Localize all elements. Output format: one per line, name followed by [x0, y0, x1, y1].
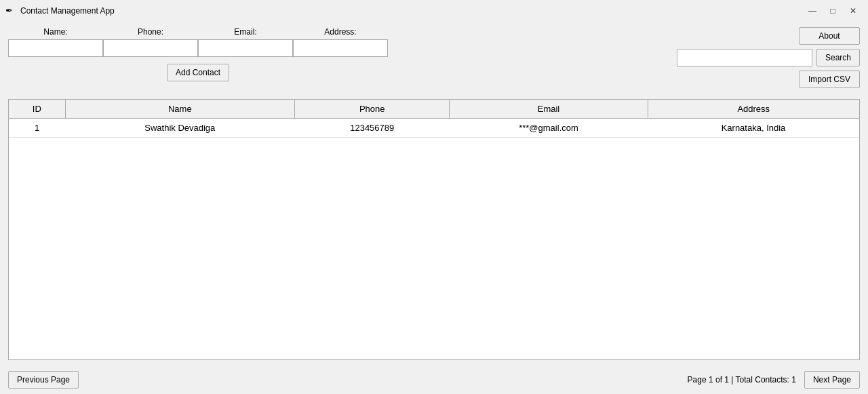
address-input[interactable]	[293, 39, 388, 57]
main-content: Name: Phone: Email: Address: Add Contact	[0, 22, 868, 366]
email-field-group: Email:	[198, 27, 293, 57]
fields-row: Name: Phone: Email: Address:	[8, 27, 388, 57]
right-actions: About Search Import CSV	[677, 27, 860, 88]
previous-page-button[interactable]: Previous Page	[8, 371, 79, 389]
top-row: Name: Phone: Email: Address: Add Contact	[8, 27, 860, 88]
phone-label: Phone:	[138, 27, 163, 37]
email-input[interactable]	[198, 39, 293, 57]
title-bar: ✒ Contact Management App — □ ✕	[0, 0, 868, 22]
address-label: Address:	[324, 27, 356, 37]
import-csv-button[interactable]: Import CSV	[799, 71, 860, 88]
email-label: Email:	[234, 27, 256, 37]
search-row: Search	[677, 49, 860, 66]
cell-phone: 123456789	[294, 119, 450, 138]
contacts-table: ID Name Phone Email Address 1Swathik Dev…	[9, 100, 859, 138]
minimize-button[interactable]: —	[803, 4, 822, 18]
name-label: Name:	[43, 27, 67, 37]
search-button[interactable]: Search	[816, 49, 860, 66]
about-button[interactable]: About	[799, 27, 860, 45]
add-contact-row: Add Contact	[8, 64, 388, 81]
add-contact-button[interactable]: Add Contact	[167, 64, 229, 81]
table-row: 1Swathik Devadiga123456789***@gmail.comK…	[9, 119, 859, 138]
cell-address: Karnataka, India	[648, 119, 859, 138]
contacts-table-container: ID Name Phone Email Address 1Swathik Dev…	[8, 99, 860, 360]
name-input[interactable]	[8, 39, 103, 57]
cell-email: ***@gmail.com	[450, 119, 648, 138]
window-controls: — □ ✕	[803, 4, 863, 18]
phone-input[interactable]	[103, 39, 198, 57]
col-header-email: Email	[450, 100, 648, 119]
bottom-bar: Previous Page Page 1 of 1 | Total Contac…	[0, 366, 868, 394]
app-title: Contact Management App	[20, 6, 799, 16]
col-header-address: Address	[648, 100, 859, 119]
name-field-group: Name:	[8, 27, 103, 57]
address-field-group: Address:	[293, 27, 388, 57]
app-icon: ✒	[5, 5, 16, 16]
cell-name: Swathik Devadiga	[65, 119, 294, 138]
next-page-button[interactable]: Next Page	[804, 371, 860, 389]
form-area: Name: Phone: Email: Address: Add Contact	[8, 27, 388, 81]
pagination-status: Page 1 of 1 | Total Contacts: 1	[688, 375, 796, 385]
col-header-phone: Phone	[294, 100, 450, 119]
col-header-id: ID	[9, 100, 65, 119]
cell-id: 1	[9, 119, 65, 138]
maximize-button[interactable]: □	[823, 4, 842, 18]
phone-field-group: Phone:	[103, 27, 198, 57]
close-button[interactable]: ✕	[844, 4, 863, 18]
table-header-row: ID Name Phone Email Address	[9, 100, 859, 119]
search-input[interactable]	[677, 49, 812, 66]
col-header-name: Name	[65, 100, 294, 119]
